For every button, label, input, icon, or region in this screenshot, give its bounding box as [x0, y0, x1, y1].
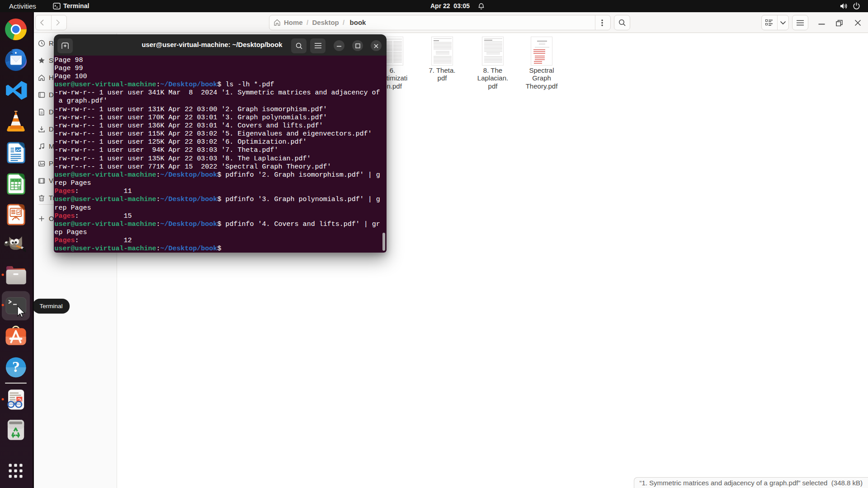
svg-text:?: ? — [12, 358, 20, 375]
